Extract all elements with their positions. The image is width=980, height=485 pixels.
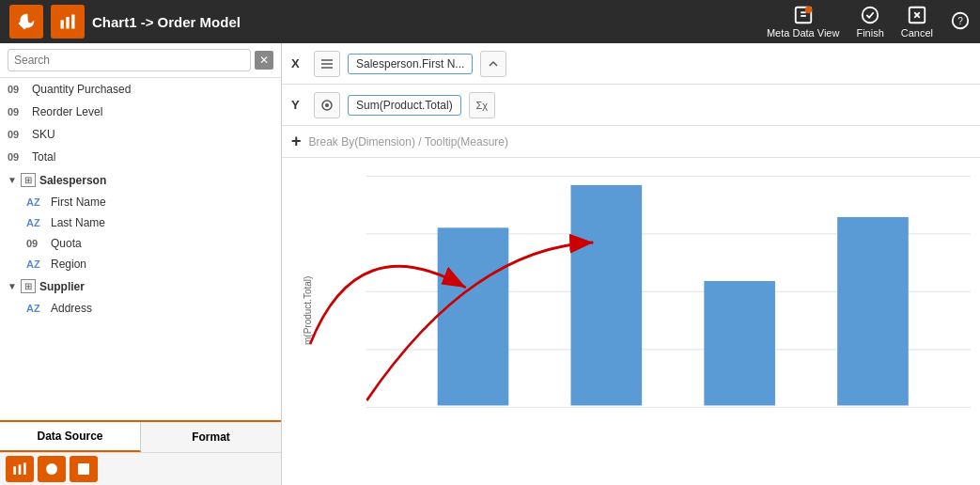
help-button[interactable]: ? [950, 10, 971, 33]
collapse-triangle-icon: ▼ [8, 175, 17, 185]
break-by-row: + Break By(Dimension) / Tooltip(Measure) [282, 126, 980, 158]
supplier-section-header[interactable]: ▼ ⊞ Supplier [0, 274, 281, 298]
y-formula-icon[interactable]: Σχ [469, 92, 495, 118]
list-item[interactable]: AZ Region [0, 254, 281, 274]
search-bar: ✕ [0, 43, 281, 78]
main-layout: ✕ 09 Quantity Purchased 09 Reorder Level… [0, 43, 980, 485]
chart-icon-button-1[interactable] [6, 456, 34, 482]
finish-button[interactable]: Finish [856, 5, 883, 39]
svg-rect-13 [13, 466, 16, 475]
x-sort-icon[interactable] [480, 51, 506, 77]
y-field-pill[interactable]: Sum(Product.Total) [348, 95, 461, 116]
list-item[interactable]: 09 Reorder Level [0, 101, 281, 123]
svg-rect-1 [66, 17, 69, 29]
list-item[interactable]: AZ Last Name [0, 212, 281, 233]
chart-panel: X Salesperson.First N... Y Sum(Product.T… [282, 43, 980, 485]
list-item[interactable]: AZ First Name [0, 192, 281, 212]
svg-point-6 [805, 7, 812, 13]
salesperson-section-header[interactable]: ▼ ⊞ Salesperson [0, 168, 281, 192]
svg-rect-2 [71, 15, 74, 29]
chart-icon-button-3[interactable] [70, 456, 98, 482]
table-icon: ⊞ [21, 279, 36, 293]
x-list-icon [314, 51, 340, 77]
svg-rect-36 [438, 227, 509, 405]
svg-text:?: ? [957, 16, 963, 26]
sidebar: ✕ 09 Quantity Purchased 09 Reorder Level… [0, 43, 282, 485]
tab-data-source[interactable]: Data Source [0, 422, 141, 452]
table-icon: ⊞ [21, 173, 36, 187]
list-item[interactable]: 09 Quantity Purchased [0, 78, 281, 101]
x-axis-row: X Salesperson.First N... [282, 43, 980, 85]
sidebar-bottom: Data Source Format [0, 420, 281, 485]
list-item[interactable]: AZ Address [0, 298, 281, 319]
list-item[interactable]: 09 SKU [0, 123, 281, 146]
chart-icon-button-2[interactable] [38, 456, 66, 482]
list-item[interactable]: 09 Total [0, 146, 281, 168]
header-actions: Meta Data View Finish Cancel ? [767, 5, 971, 39]
svg-rect-39 [837, 217, 909, 405]
bottom-icon-row [0, 452, 281, 485]
y-axis-row: Y Sum(Product.Total) Σχ [282, 85, 980, 126]
tab-format[interactable]: Format [141, 422, 281, 452]
page-title: Chart1 -> Order Model [92, 14, 759, 30]
metadata-view-button[interactable]: Meta Data View [767, 5, 839, 39]
svg-rect-17 [78, 463, 89, 475]
svg-point-26 [325, 103, 329, 107]
svg-rect-14 [19, 464, 22, 475]
svg-rect-37 [570, 185, 642, 406]
cancel-button[interactable]: Cancel [901, 5, 933, 39]
collapse-triangle-icon: ▼ [8, 281, 17, 291]
chart-area: m(Product.Total) $6,000,000 $5,000,000 $… [282, 158, 980, 485]
sidebar-field-list: 09 Quantity Purchased 09 Reorder Level 0… [0, 78, 281, 420]
app-icon-wrench [9, 5, 43, 39]
x-field-pill[interactable]: Salesperson.First N... [348, 54, 473, 74]
app-icon-chart [51, 5, 85, 39]
add-dimension-button[interactable]: + [291, 132, 302, 151]
svg-rect-15 [23, 462, 26, 475]
bar-chart: $6,000,000 $5,000,000 $4,000,000 $3,000,… [366, 167, 971, 476]
svg-rect-38 [704, 281, 775, 405]
svg-rect-0 [61, 20, 64, 28]
bottom-tabs: Data Source Format [0, 422, 281, 452]
svg-point-7 [863, 8, 879, 23]
search-close-button[interactable]: ✕ [255, 51, 273, 70]
y-axis-rotated-label: m(Product.Total) [303, 298, 313, 345]
search-input[interactable] [8, 49, 251, 71]
list-item[interactable]: 09 Quota [0, 233, 281, 254]
app-header: Chart1 -> Order Model Meta Data View Fin… [0, 0, 980, 43]
y-list-icon [314, 92, 340, 118]
